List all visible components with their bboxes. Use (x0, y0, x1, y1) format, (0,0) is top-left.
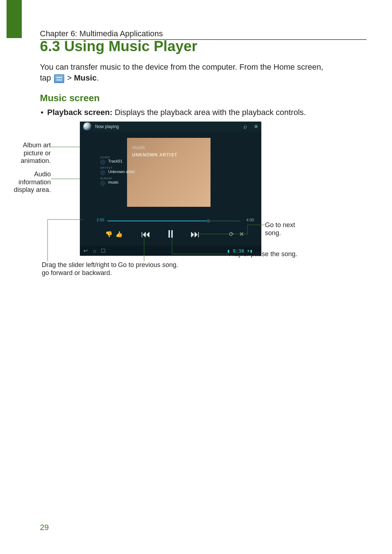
side-tab (7, 0, 22, 38)
callout-album-art: Album art picture or animation. (11, 141, 51, 165)
intro-paragraph: You can transfer music to the device fro… (40, 62, 359, 83)
thumb-up-icon[interactable]: 👍 (115, 231, 123, 238)
meta-artist-val: Unknown artist (108, 169, 135, 174)
meta-dot-icon (100, 181, 105, 186)
audio-info-area: SONG Track01 ARTIST Unknown artist ALBUM… (100, 156, 135, 187)
menu-icon[interactable]: ≡ (254, 123, 258, 130)
page-number: 29 (40, 523, 49, 532)
gt: > (67, 73, 74, 82)
pause-icon[interactable]: ⏸ (165, 228, 176, 240)
player-topbar: Now playing ⌕ ≡ (80, 122, 261, 132)
meta-artist-key: ARTIST (100, 166, 135, 169)
period: . (97, 73, 99, 82)
shuffle-icon[interactable]: ✕ (239, 231, 244, 238)
callout-slider: Drag the slider left/right to go forward… (42, 261, 118, 277)
meta-album-val: music (108, 180, 119, 184)
meta-song-key: SONG (100, 156, 135, 159)
meta-song-val: Track01 (108, 159, 122, 163)
manual-page: Chapter 6: Multimedia Applications 6.3 U… (0, 0, 392, 554)
now-playing-label: Now playing (95, 124, 119, 129)
album-art-artist: UNKNOWN ARTIST (132, 152, 205, 157)
progress-area: 2:55 4:00 (97, 218, 254, 225)
meta-album-key: ALBUM (100, 177, 135, 180)
callout-next: Go to next song. (265, 221, 301, 237)
next-icon[interactable]: ⏭ (191, 229, 200, 240)
figure-wrap: Album art picture or animation. Audio in… (40, 122, 338, 278)
album-art: music UNKNOWN ARTIST (127, 138, 211, 207)
meta-dot-icon (100, 160, 105, 165)
headphone-icon (83, 122, 92, 131)
progress-knob[interactable] (207, 219, 210, 223)
subheading: Music screen (40, 93, 100, 104)
search-icon[interactable]: ⌕ (244, 123, 247, 130)
tap-word: tap (40, 73, 53, 82)
recent-icon[interactable]: ☐ (101, 248, 106, 254)
device-screenshot: Now playing ⌕ ≡ music UNKNOWN ARTIST SON… (80, 122, 261, 256)
playback-controls: 👎 👍 ⏮ ⏸ ⏭ ⟳ ✕ (80, 227, 261, 241)
apps-grid-icon (54, 74, 64, 83)
meta-dot-icon (100, 170, 105, 175)
previous-icon[interactable]: ⏮ (141, 229, 151, 240)
bullet-rest: Displays the playback area with the play… (115, 108, 306, 117)
time-elapsed: 2:55 (97, 218, 104, 222)
playback-bullet: Playback screen: Displays the playback a… (47, 107, 359, 118)
home-icon[interactable]: ⌂ (93, 248, 96, 254)
back-icon[interactable]: ↩ (83, 248, 88, 254)
callout-prev: Go to previous song. (118, 261, 178, 269)
progress-fill (107, 221, 209, 221)
intro-line: You can transfer music to the device fro… (40, 62, 323, 71)
callout-audio-info: Audio information display area. (11, 171, 51, 194)
repeat-icon[interactable]: ⟳ (229, 231, 234, 238)
section-title: 6.3 Using Music Player (40, 38, 197, 54)
callout-play: Play or pause the song. (229, 250, 297, 258)
music-label: Music (74, 73, 97, 82)
album-art-label: music (132, 144, 205, 150)
bullet-bold: Playback screen: (47, 108, 115, 117)
thumb-down-icon[interactable]: 👎 (105, 231, 113, 238)
time-total: 4:00 (246, 218, 254, 222)
